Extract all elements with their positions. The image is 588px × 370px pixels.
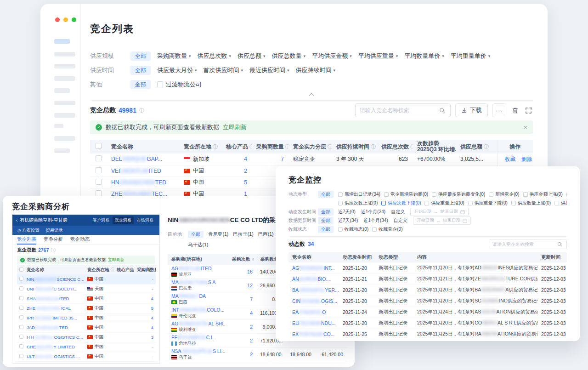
purchase-times[interactable]: 4 bbox=[250, 310, 253, 316]
delete-button[interactable]: 删除 bbox=[521, 156, 532, 162]
sidebar-skeleton-item[interactable] bbox=[54, 136, 75, 141]
mini-tab[interactable]: 竞企列表 bbox=[17, 235, 36, 245]
filter-dropdown[interactable]: 供应总额▾ bbox=[237, 52, 266, 60]
filter-dropdown[interactable]: 供应持续时间▾ bbox=[296, 66, 336, 74]
purchase-times[interactable]: 12 bbox=[247, 283, 253, 288]
mini-tab[interactable]: 竞企动态 bbox=[70, 235, 90, 245]
row-checkbox[interactable] bbox=[19, 306, 23, 310]
competitor-name-link[interactable]: CHEMSUPPLY LIMITED bbox=[27, 344, 75, 349]
competitor-name-link[interactable]: UNITEDAGRIC SOLUTI... bbox=[27, 286, 77, 291]
competitor-name-link[interactable]: ANHUIRUNBIO... bbox=[292, 276, 330, 282]
filter-checkbox-option[interactable]: 供应次数下降(0) bbox=[381, 200, 421, 206]
info-icon[interactable]: ⓘ bbox=[139, 107, 144, 114]
filter-option[interactable]: 近1个月(34) bbox=[361, 209, 385, 215]
filter-checkbox-option[interactable]: 供应次数上涨(0) bbox=[338, 200, 378, 206]
trash-icon[interactable] bbox=[511, 107, 520, 114]
filter-dropdown[interactable]: 平均数量单价▾ bbox=[404, 52, 444, 60]
download-button[interactable]: 下载 bbox=[455, 103, 488, 117]
buyers-count[interactable]: 7 bbox=[281, 156, 284, 162]
row-checkbox[interactable] bbox=[19, 354, 23, 358]
sort-icon[interactable]: ▲▼ bbox=[252, 257, 254, 262]
buyers-count[interactable]: - bbox=[152, 286, 153, 291]
info-icon[interactable]: ⓘ bbox=[410, 143, 413, 150]
row-checkbox[interactable] bbox=[96, 179, 102, 185]
row-checkbox[interactable] bbox=[19, 335, 23, 339]
sidebar-skeleton-item[interactable] bbox=[54, 76, 75, 81]
sidebar-skeleton-item[interactable] bbox=[54, 101, 75, 105]
filter-all-badge[interactable]: 全部 bbox=[130, 66, 151, 75]
row-checkbox[interactable] bbox=[19, 325, 23, 329]
filter-all-badge[interactable]: 全部 bbox=[318, 217, 334, 224]
buyers-count[interactable]: 4 bbox=[151, 296, 153, 301]
row-checkbox[interactable] bbox=[96, 155, 102, 161]
competitor-name-link[interactable]: EXPORTAGRICO... bbox=[292, 331, 334, 337]
filter-dropdown[interactable]: 供应总次数▾ bbox=[198, 52, 232, 60]
info-icon[interactable]: ⓘ bbox=[213, 143, 218, 150]
date-range-input[interactable]: 开始日期 → 结束日期 bbox=[410, 208, 469, 216]
back-icon[interactable]: ‹ bbox=[16, 218, 17, 223]
competitor-name-link[interactable]: AGROGREENINT... bbox=[292, 265, 335, 271]
filter-logistics-checkbox[interactable]: 过滤物流公司 bbox=[157, 80, 202, 89]
date-range-input[interactable]: 开始日期 → 结束日期 bbox=[413, 216, 471, 225]
buyers-count[interactable]: 4 bbox=[151, 325, 153, 330]
destination-option[interactable]: 巴拉圭(1) bbox=[233, 231, 253, 238]
mini-top-tab[interactable]: 竞企洞察 bbox=[113, 216, 134, 224]
info-icon[interactable]: ⓘ bbox=[328, 143, 332, 150]
filter-all-badge[interactable]: 全部 bbox=[188, 231, 204, 238]
mini-tab[interactable]: 竞争分析 bbox=[44, 235, 63, 245]
info-icon[interactable]: ⓘ bbox=[249, 143, 252, 150]
filter-checkbox-option[interactable]: 供应重量上涨(0) bbox=[424, 200, 464, 206]
plan-settings-menu[interactable]: ⊙方案设置 bbox=[17, 228, 40, 233]
row-checkbox[interactable] bbox=[19, 296, 23, 300]
more-actions-button[interactable]: ··· bbox=[492, 103, 506, 117]
destination-option[interactable]: 肯尼亚(1) bbox=[208, 231, 228, 238]
buyer-name-link[interactable]: MANUFACTURAS A bbox=[171, 279, 225, 285]
filter-checkbox-option[interactable]: 新增出口记录(34) bbox=[338, 191, 380, 198]
competitor-name-link[interactable]: ELITECHEMINDU... bbox=[292, 320, 336, 326]
core-products-count[interactable]: 2 bbox=[244, 168, 247, 174]
competitor-name-link[interactable]: NINGBOAGROSCIENCE C... bbox=[27, 277, 84, 282]
sidebar-skeleton-item[interactable] bbox=[54, 88, 70, 93]
filter-dropdown[interactable]: 平均重量单价▾ bbox=[451, 52, 491, 60]
purchase-times[interactable]: 2 bbox=[250, 324, 253, 330]
info-icon[interactable]: ⓘ bbox=[51, 247, 56, 254]
info-icon[interactable]: ⓘ bbox=[285, 143, 288, 150]
filter-option[interactable]: 自定义 bbox=[391, 209, 405, 215]
filter-all-badge[interactable]: 全部 bbox=[318, 191, 334, 198]
info-icon[interactable]: ⓘ bbox=[371, 143, 376, 150]
buyer-name-link[interactable]: INTERAGRODECOLO... bbox=[171, 307, 225, 313]
filter-dropdown[interactable]: 平均供应金额▾ bbox=[312, 52, 352, 60]
row-checkbox[interactable] bbox=[19, 286, 23, 290]
search-icon[interactable] bbox=[438, 108, 446, 114]
competitor-name-link[interactable]: VEILMONTLIMITED bbox=[111, 168, 161, 174]
filter-dropdown[interactable]: 供应最大月份▾ bbox=[157, 66, 197, 74]
competitor-name-link[interactable]: DELIVERQUEGAP... bbox=[111, 156, 162, 162]
row-checkbox[interactable] bbox=[19, 344, 23, 348]
competitor-name-link[interactable]: SHANDONGLIMITED bbox=[27, 296, 69, 301]
filter-checkbox-option[interactable]: 供应金额下降(0) bbox=[566, 191, 567, 198]
buyers-count[interactable]: - bbox=[152, 277, 153, 282]
filter-option[interactable]: 自定义 bbox=[394, 217, 407, 224]
filter-all-badge[interactable]: 全部 bbox=[318, 208, 334, 216]
filter-dropdown[interactable]: 平均供应重量▾ bbox=[358, 52, 398, 60]
select-all-checkbox[interactable] bbox=[96, 143, 102, 149]
filter-dropdown[interactable]: 最近供应时间▾ bbox=[249, 66, 289, 74]
sidebar-skeleton-item[interactable] bbox=[54, 124, 63, 128]
filter-checkbox-option[interactable]: 竞企新增采购商(0) bbox=[384, 191, 428, 198]
competitor-name-link[interactable]: ULTRAFASTLOGISTICS ... bbox=[27, 354, 79, 359]
favorite-button[interactable]: 收藏 bbox=[505, 156, 516, 162]
filter-all-badge[interactable]: 全部 bbox=[318, 226, 334, 233]
core-products-count[interactable]: 4 bbox=[244, 156, 247, 162]
buyer-name-link[interactable]: AGRIVETLIMITED bbox=[171, 266, 225, 272]
competitor-name-link[interactable]: HNGRANDCHEMTED bbox=[111, 179, 166, 186]
destination-option[interactable]: 巴西(1) bbox=[258, 231, 274, 238]
search-input[interactable] bbox=[492, 242, 556, 247]
buyer-name-link[interactable]: NSAGROSUPPLIES LI... bbox=[171, 348, 225, 354]
row-checkbox[interactable] bbox=[19, 277, 23, 281]
row-checkbox[interactable] bbox=[96, 167, 102, 173]
purchase-times[interactable]: 2 bbox=[250, 338, 253, 343]
purchase-times[interactable]: 16 bbox=[247, 269, 253, 274]
buyers-count[interactable]: - bbox=[152, 344, 153, 349]
buyer-name-link[interactable]: FERTICAMPOSC L bbox=[171, 335, 225, 341]
supply-times-cell[interactable]: 623 bbox=[377, 154, 413, 165]
